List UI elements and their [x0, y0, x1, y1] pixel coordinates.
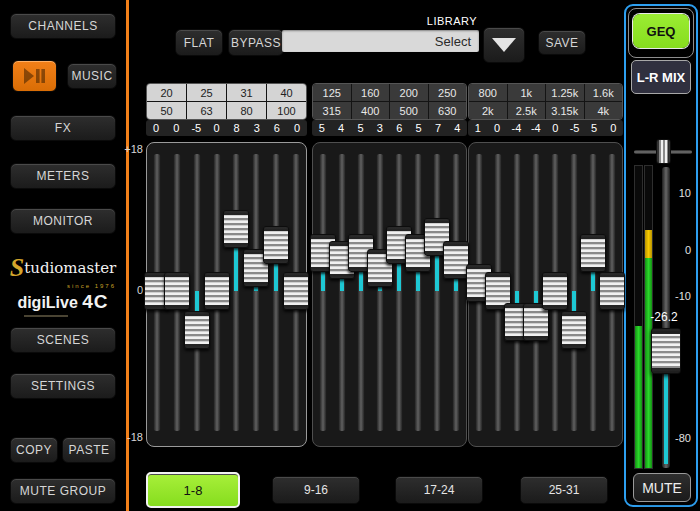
- fader-knob[interactable]: [184, 311, 210, 349]
- bypass-button[interactable]: BYPASS: [228, 29, 284, 56]
- freq-button-63[interactable]: 63: [187, 102, 226, 119]
- freq-button-315[interactable]: 315: [313, 102, 351, 119]
- freq-button-400[interactable]: 400: [352, 102, 390, 119]
- fader-bank-tab-25-31[interactable]: 25-31: [520, 476, 608, 504]
- geq-fader[interactable]: [447, 143, 466, 446]
- pan-slider-knob[interactable]: [656, 139, 671, 164]
- geq-button[interactable]: GEQ: [633, 14, 689, 48]
- scenes-button[interactable]: SCENES: [10, 327, 116, 353]
- monitor-button[interactable]: MONITOR: [10, 208, 116, 234]
- geq-fader[interactable]: [246, 143, 266, 446]
- geq-fader[interactable]: [428, 143, 447, 446]
- settings-button[interactable]: SETTINGS: [10, 373, 116, 399]
- geq-fader[interactable]: [546, 143, 565, 446]
- chevron-down-icon: [492, 38, 516, 52]
- freq-button-250[interactable]: 250: [429, 84, 467, 101]
- freq-button-630[interactable]: 630: [429, 102, 467, 119]
- mute-button[interactable]: MUTE: [633, 473, 691, 502]
- geq-band-group-3: 8001k1.25k1.6k2k2.5k3.15k4k10-4-40-550: [468, 83, 623, 448]
- gain-value: 8: [227, 122, 247, 134]
- mute-group-button[interactable]: MUTE GROUP: [10, 478, 116, 504]
- library-label: LIBRARY: [420, 15, 484, 27]
- geq-fader[interactable]: [370, 143, 389, 446]
- geq-fader[interactable]: [313, 143, 332, 446]
- gain-value: -5: [186, 122, 206, 134]
- freq-button-1.6k[interactable]: 1.6k: [585, 84, 623, 101]
- fader-knob[interactable]: [283, 272, 309, 310]
- geq-fader[interactable]: [351, 143, 370, 446]
- freq-button-3.15k[interactable]: 3.15k: [546, 102, 584, 119]
- geq-fader[interactable]: [409, 143, 428, 446]
- paste-button[interactable]: PASTE: [62, 437, 116, 463]
- freq-button-2.5k[interactable]: 2.5k: [508, 102, 546, 119]
- fader-track: [434, 154, 441, 431]
- geq-fader[interactable]: [167, 143, 187, 446]
- gain-value: 6: [267, 122, 287, 134]
- freq-button-1k[interactable]: 1k: [508, 84, 546, 101]
- freq-button-500[interactable]: 500: [390, 102, 428, 119]
- sidebar: CHANNELS MUSIC FX METERS MONITOR Studiom…: [0, 0, 126, 511]
- fader-track: [233, 154, 240, 431]
- fader-knob[interactable]: [580, 234, 606, 272]
- master-fader-knob[interactable]: [651, 328, 681, 374]
- geq-fader[interactable]: [207, 143, 227, 446]
- gain-value: -4: [526, 122, 545, 134]
- fader-knob[interactable]: [599, 272, 625, 310]
- freq-button-20[interactable]: 20: [147, 84, 186, 101]
- gain-value: 0: [546, 122, 565, 134]
- fader-track: [319, 154, 326, 431]
- geq-fader[interactable]: [488, 143, 507, 446]
- fader-bank-tab-17-24[interactable]: 17-24: [395, 476, 483, 504]
- freq-button-4k[interactable]: 4k: [585, 102, 623, 119]
- gain-value: 5: [351, 122, 370, 134]
- master-strip: GEQ L-R MIX -26.2 100-10-80 MUTE: [624, 4, 698, 507]
- flat-button[interactable]: FLAT: [175, 29, 223, 56]
- fader-knob[interactable]: [223, 210, 249, 248]
- freq-button-800[interactable]: 800: [469, 84, 507, 101]
- fx-button[interactable]: FX: [10, 115, 116, 141]
- gain-values-row: 10-4-40-550: [468, 120, 623, 136]
- play-pause-icon: [23, 68, 46, 84]
- library-select-field[interactable]: Select: [282, 30, 479, 52]
- gain-value: 0: [146, 122, 166, 134]
- copy-button[interactable]: COPY: [10, 437, 58, 463]
- master-fader-indicator: [664, 372, 668, 464]
- fader-knob[interactable]: [263, 226, 289, 264]
- freq-button-2k[interactable]: 2k: [469, 102, 507, 119]
- freq-button-100[interactable]: 100: [267, 102, 306, 119]
- geq-fader[interactable]: [286, 143, 306, 446]
- freq-button-125[interactable]: 125: [313, 84, 351, 101]
- fader-track: [338, 154, 345, 431]
- master-scale-label: -80: [665, 432, 691, 444]
- fader-knob[interactable]: [164, 272, 190, 310]
- fader-track: [415, 154, 422, 431]
- lr-mix-button[interactable]: L-R MIX: [631, 60, 691, 94]
- fader-track: [590, 154, 597, 431]
- freq-button-1.25k[interactable]: 1.25k: [546, 84, 584, 101]
- freq-button-40[interactable]: 40: [267, 84, 306, 101]
- freq-button-50[interactable]: 50: [147, 102, 186, 119]
- geq-fader[interactable]: [390, 143, 409, 446]
- fader-bank-tab-9-16[interactable]: 9-16: [272, 476, 360, 504]
- freq-button-160[interactable]: 160: [352, 84, 390, 101]
- gain-value: -4: [507, 122, 526, 134]
- geq-fader[interactable]: [603, 143, 622, 446]
- music-button[interactable]: MUSIC: [67, 63, 117, 89]
- gain-value: 4: [448, 122, 467, 134]
- channels-button[interactable]: CHANNELS: [10, 13, 116, 39]
- play-pause-button[interactable]: [12, 60, 57, 92]
- freq-button-25[interactable]: 25: [187, 84, 226, 101]
- fader-knob[interactable]: [561, 311, 587, 349]
- freq-button-80[interactable]: 80: [227, 102, 266, 119]
- meters-button[interactable]: METERS: [10, 163, 116, 189]
- geq-button-frame: GEQ: [628, 8, 694, 58]
- geq-fader[interactable]: [332, 143, 351, 446]
- gain-value: 0: [287, 122, 307, 134]
- fader-knob[interactable]: [204, 272, 230, 310]
- freq-button-31[interactable]: 31: [227, 84, 266, 101]
- library-dropdown-button[interactable]: [483, 27, 525, 63]
- freq-button-200[interactable]: 200: [390, 84, 428, 101]
- fader-knob[interactable]: [542, 272, 568, 310]
- save-button[interactable]: SAVE: [538, 30, 586, 55]
- fader-bank-tab-1-8[interactable]: 1-8: [146, 472, 240, 508]
